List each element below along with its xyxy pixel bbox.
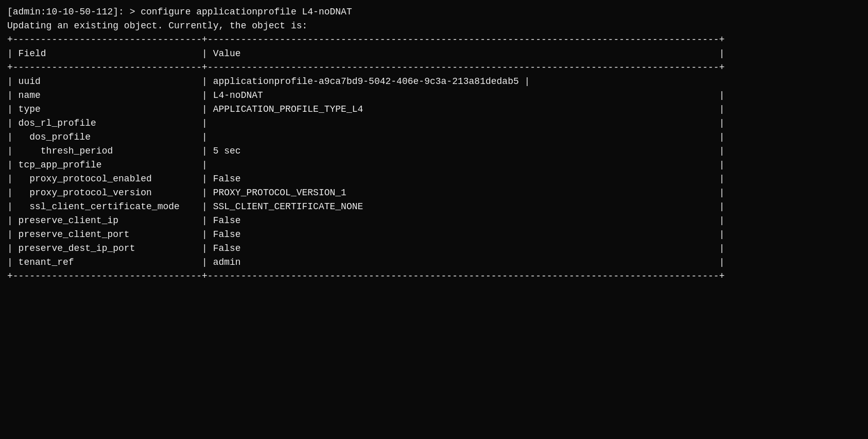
table-row: | preserve_dest_ip_port | False | (7, 242, 861, 256)
table-row: | preserve_client_ip | False | (7, 214, 861, 228)
table-row: | name | L4-noDNAT | (7, 89, 861, 103)
table-row: | proxy_protocol_enabled | False | (7, 172, 861, 186)
table-divider-bottom: +----------------------------------+----… (7, 269, 861, 283)
table-row: | proxy_protocol_version | PROXY_PROTOCO… (7, 186, 861, 200)
table-body: | uuid | applicationprofile-a9ca7bd9-504… (7, 75, 861, 269)
table-row: | ssl_client_certificate_mode | SSL_CLIE… (7, 200, 861, 214)
table-divider-header: +----------------------------------+----… (7, 61, 861, 75)
table-row: | preserve_client_port | False | (7, 228, 861, 242)
table-row: | tcp_app_profile | | (7, 158, 861, 172)
table-row: | uuid | applicationprofile-a9ca7bd9-504… (7, 75, 861, 89)
table-row: | tenant_ref | admin | (7, 256, 861, 269)
table-row: | dos_profile | | (7, 130, 861, 144)
command-line: [admin:10-10-50-112]: > configure applic… (7, 5, 861, 19)
terminal: [admin:10-10-50-112]: > configure applic… (7, 5, 861, 283)
updating-line: Updating an existing object. Currently, … (7, 19, 861, 33)
table-row: | thresh_period | 5 sec | (7, 144, 861, 158)
table-row: | dos_rl_profile | | (7, 116, 861, 130)
table-divider-top: +----------------------------------+----… (7, 33, 861, 47)
table-header: | Field | Value | (7, 47, 861, 61)
table-row: | type | APPLICATION_PROFILE_TYPE_L4 | (7, 103, 861, 116)
